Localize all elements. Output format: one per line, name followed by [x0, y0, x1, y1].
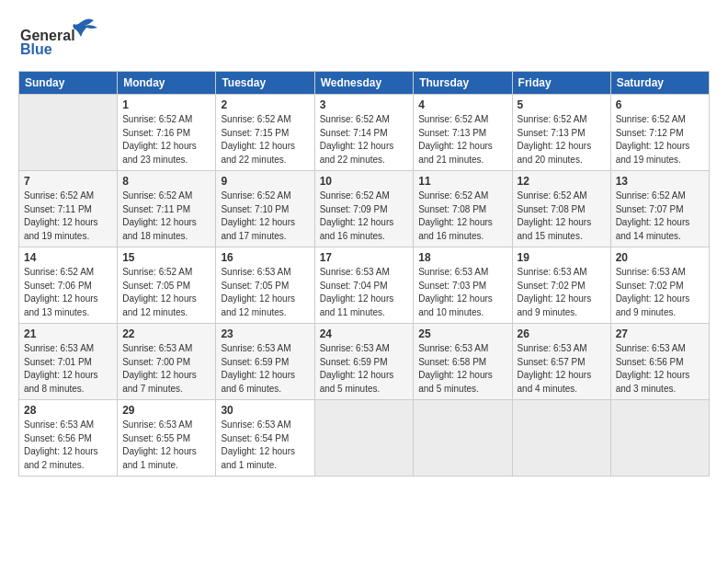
day-cell [19, 95, 118, 171]
week-row-4: 21Sunrise: 6:53 AM Sunset: 7:01 PM Dayli… [19, 324, 710, 400]
day-info: Sunrise: 6:52 AM Sunset: 7:08 PM Dayligh… [418, 190, 506, 243]
day-number: 11 [418, 175, 506, 188]
day-number: 6 [616, 98, 704, 111]
day-cell [314, 400, 414, 477]
day-info: Sunrise: 6:52 AM Sunset: 7:08 PM Dayligh… [518, 190, 606, 243]
day-cell: 7Sunrise: 6:52 AM Sunset: 7:11 PM Daylig… [19, 171, 118, 247]
day-info: Sunrise: 6:52 AM Sunset: 7:13 PM Dayligh… [518, 113, 606, 167]
day-number: 12 [518, 175, 606, 188]
day-cell: 17Sunrise: 6:53 AM Sunset: 7:04 PM Dayli… [314, 247, 414, 324]
day-number: 4 [418, 98, 506, 111]
logo: General Blue [18, 15, 119, 60]
day-cell: 15Sunrise: 6:52 AM Sunset: 7:05 PM Dayli… [118, 247, 216, 324]
day-number: 25 [418, 327, 506, 340]
day-cell: 26Sunrise: 6:53 AM Sunset: 6:57 PM Dayli… [512, 324, 610, 400]
day-cell: 10Sunrise: 6:52 AM Sunset: 7:09 PM Dayli… [314, 171, 414, 247]
day-info: Sunrise: 6:53 AM Sunset: 6:56 PM Dayligh… [616, 342, 704, 396]
day-cell: 23Sunrise: 6:53 AM Sunset: 6:59 PM Dayli… [216, 324, 314, 400]
day-cell: 8Sunrise: 6:52 AM Sunset: 7:11 PM Daylig… [118, 171, 216, 247]
day-cell: 16Sunrise: 6:53 AM Sunset: 7:05 PM Dayli… [216, 247, 314, 324]
day-cell: 24Sunrise: 6:53 AM Sunset: 6:59 PM Dayli… [314, 324, 414, 400]
day-number: 24 [320, 327, 409, 340]
day-number: 5 [518, 98, 606, 111]
day-number: 26 [518, 327, 606, 340]
day-cell: 29Sunrise: 6:53 AM Sunset: 6:55 PM Dayli… [118, 400, 216, 477]
day-cell: 28Sunrise: 6:53 AM Sunset: 6:56 PM Dayli… [19, 400, 118, 477]
day-number: 23 [221, 327, 309, 340]
week-row-5: 28Sunrise: 6:53 AM Sunset: 6:56 PM Dayli… [19, 400, 710, 477]
header-thursday: Thursday [414, 72, 512, 95]
day-info: Sunrise: 6:52 AM Sunset: 7:10 PM Dayligh… [221, 190, 309, 243]
header-friday: Friday [512, 72, 610, 95]
day-info: Sunrise: 6:52 AM Sunset: 7:16 PM Dayligh… [122, 113, 210, 167]
day-cell [512, 400, 610, 477]
day-cell: 25Sunrise: 6:53 AM Sunset: 6:58 PM Dayli… [414, 324, 512, 400]
day-cell: 21Sunrise: 6:53 AM Sunset: 7:01 PM Dayli… [19, 324, 118, 400]
day-cell: 6Sunrise: 6:52 AM Sunset: 7:12 PM Daylig… [610, 95, 709, 171]
day-number: 13 [616, 175, 704, 188]
day-cell: 13Sunrise: 6:52 AM Sunset: 7:07 PM Dayli… [610, 171, 709, 247]
day-number: 3 [320, 98, 409, 111]
day-cell: 2Sunrise: 6:52 AM Sunset: 7:15 PM Daylig… [216, 95, 314, 171]
day-info: Sunrise: 6:53 AM Sunset: 7:01 PM Dayligh… [24, 342, 112, 396]
day-cell [610, 400, 709, 477]
day-cell: 19Sunrise: 6:53 AM Sunset: 7:02 PM Dayli… [512, 247, 610, 324]
day-number: 2 [221, 98, 309, 111]
day-cell: 27Sunrise: 6:53 AM Sunset: 6:56 PM Dayli… [610, 324, 709, 400]
header-sunday: Sunday [19, 72, 118, 95]
day-number: 9 [221, 175, 309, 188]
day-cell: 1Sunrise: 6:52 AM Sunset: 7:16 PM Daylig… [118, 95, 216, 171]
day-number: 14 [24, 251, 112, 264]
day-number: 20 [616, 251, 704, 264]
day-number: 15 [122, 251, 210, 264]
day-number: 27 [616, 327, 704, 340]
day-info: Sunrise: 6:53 AM Sunset: 7:04 PM Dayligh… [320, 266, 409, 319]
day-number: 29 [122, 404, 210, 417]
day-number: 21 [24, 327, 112, 340]
day-number: 7 [24, 175, 112, 188]
day-info: Sunrise: 6:53 AM Sunset: 7:03 PM Dayligh… [418, 266, 506, 319]
day-info: Sunrise: 6:52 AM Sunset: 7:14 PM Dayligh… [320, 113, 409, 167]
day-cell: 9Sunrise: 6:52 AM Sunset: 7:10 PM Daylig… [216, 171, 314, 247]
svg-text:Blue: Blue [20, 41, 52, 56]
day-info: Sunrise: 6:52 AM Sunset: 7:11 PM Dayligh… [122, 190, 210, 243]
day-number: 22 [122, 327, 210, 340]
day-cell: 5Sunrise: 6:52 AM Sunset: 7:13 PM Daylig… [512, 95, 610, 171]
day-cell [414, 400, 512, 477]
day-info: Sunrise: 6:53 AM Sunset: 6:56 PM Dayligh… [24, 419, 112, 472]
header-tuesday: Tuesday [216, 72, 314, 95]
day-info: Sunrise: 6:53 AM Sunset: 7:02 PM Dayligh… [616, 266, 704, 319]
day-cell: 14Sunrise: 6:52 AM Sunset: 7:06 PM Dayli… [19, 247, 118, 324]
header-wednesday: Wednesday [314, 72, 414, 95]
day-number: 19 [518, 251, 606, 264]
day-info: Sunrise: 6:52 AM Sunset: 7:12 PM Dayligh… [616, 113, 704, 167]
day-info: Sunrise: 6:53 AM Sunset: 6:57 PM Dayligh… [518, 342, 606, 396]
calendar-header-row: SundayMondayTuesdayWednesdayThursdayFrid… [19, 72, 710, 95]
week-row-1: 1Sunrise: 6:52 AM Sunset: 7:16 PM Daylig… [19, 95, 710, 171]
day-info: Sunrise: 6:53 AM Sunset: 6:54 PM Dayligh… [221, 419, 309, 472]
day-info: Sunrise: 6:52 AM Sunset: 7:09 PM Dayligh… [320, 190, 409, 243]
day-number: 28 [24, 404, 112, 417]
day-cell: 3Sunrise: 6:52 AM Sunset: 7:14 PM Daylig… [314, 95, 414, 171]
day-info: Sunrise: 6:52 AM Sunset: 7:07 PM Dayligh… [616, 190, 704, 243]
day-cell: 30Sunrise: 6:53 AM Sunset: 6:54 PM Dayli… [216, 400, 314, 477]
day-info: Sunrise: 6:53 AM Sunset: 6:55 PM Dayligh… [122, 419, 210, 472]
logo-text: General Blue [18, 15, 119, 60]
day-cell: 4Sunrise: 6:52 AM Sunset: 7:13 PM Daylig… [414, 95, 512, 171]
week-row-3: 14Sunrise: 6:52 AM Sunset: 7:06 PM Dayli… [19, 247, 710, 324]
day-cell: 18Sunrise: 6:53 AM Sunset: 7:03 PM Dayli… [414, 247, 512, 324]
calendar-table: SundayMondayTuesdayWednesdayThursdayFrid… [18, 71, 710, 477]
day-info: Sunrise: 6:52 AM Sunset: 7:15 PM Dayligh… [221, 113, 309, 167]
day-cell: 20Sunrise: 6:53 AM Sunset: 7:02 PM Dayli… [610, 247, 709, 324]
day-info: Sunrise: 6:53 AM Sunset: 6:59 PM Dayligh… [221, 342, 309, 396]
day-info: Sunrise: 6:53 AM Sunset: 6:58 PM Dayligh… [418, 342, 506, 396]
day-info: Sunrise: 6:53 AM Sunset: 7:00 PM Dayligh… [122, 342, 210, 396]
day-info: Sunrise: 6:53 AM Sunset: 6:59 PM Dayligh… [320, 342, 409, 396]
week-row-2: 7Sunrise: 6:52 AM Sunset: 7:11 PM Daylig… [19, 171, 710, 247]
page-container: General Blue SundayMondayTuesdayWednesda… [0, 0, 728, 486]
day-info: Sunrise: 6:52 AM Sunset: 7:13 PM Dayligh… [418, 113, 506, 167]
day-info: Sunrise: 6:53 AM Sunset: 7:02 PM Dayligh… [518, 266, 606, 319]
header-monday: Monday [118, 72, 216, 95]
day-cell: 12Sunrise: 6:52 AM Sunset: 7:08 PM Dayli… [512, 171, 610, 247]
page-header: General Blue [18, 15, 710, 60]
